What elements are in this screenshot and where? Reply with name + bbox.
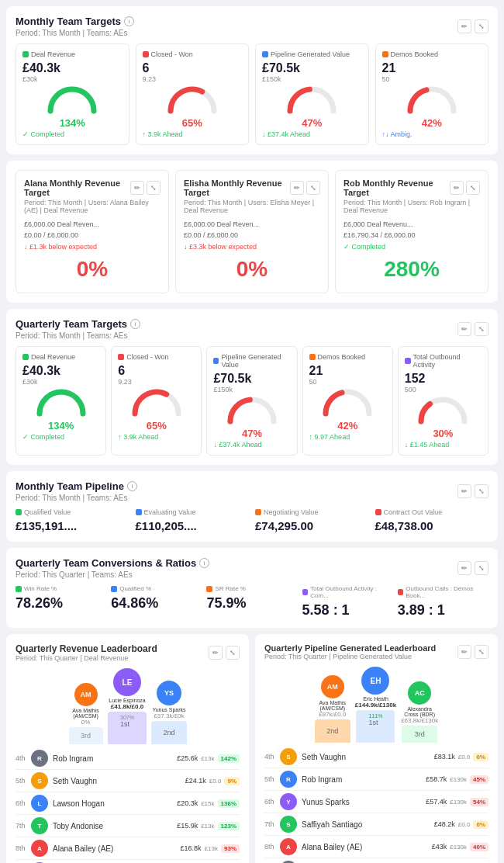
edit-icon[interactable]: ✏: [457, 19, 471, 33]
conv-label-4: Outbound Calls : Demos Book...: [398, 585, 488, 599]
pipeline-edit-icon[interactable]: ✏: [457, 484, 471, 498]
conv-item-0: Win Rate % 78.26%: [16, 585, 106, 619]
revenue-lb-right-4: £16.8k £13k 93%: [181, 844, 240, 853]
podium-3rd-base: 3rd: [69, 727, 103, 744]
pipeline-lb-right-3: £48.2k £0.0 0%: [434, 820, 488, 829]
revenue-lb-avatar-1: S: [31, 772, 48, 789]
revenue-lb-sub-3: £13k: [201, 823, 214, 830]
pipeline-lb-row-left-4: 8th A Alana Bailey (AE): [264, 838, 362, 855]
target-stat-1-2: ↓ £3.3k below expected: [184, 241, 320, 252]
podium-1st-val: £41.8k/£0.0: [111, 703, 143, 710]
conversions-info-icon[interactable]: i: [199, 558, 209, 568]
revenue-lb-right-1: £24.1k £0.0 9%: [185, 777, 240, 785]
pipeline-lb-sub-3: £0.0: [458, 821, 471, 828]
revenue-lb-row-left-2: 6th L Lawson Hogan: [16, 795, 105, 812]
pipeline-lb-right-0: £83.1k £0.0 0%: [434, 753, 488, 761]
leaderboard-container: Quarterly Revenue Leaderboard Period: Th…: [6, 634, 498, 863]
target-actions-2: ✏ ⤡: [450, 181, 480, 195]
revenue-lb-row-left-1: 5th S Seth Vaughn: [16, 772, 97, 789]
target-stat-0-0: £6,000.00 Deal Reven...: [24, 219, 161, 230]
target-title-2: Rob Monthly Revenue Target: [343, 178, 450, 197]
kpi-label-text-1: Closed - Won: [151, 50, 193, 58]
target-pct-0: 0%: [24, 257, 161, 282]
kpi-pct-2: 47%: [242, 428, 262, 439]
pipeline-title: Monthly Team Pipeline: [16, 480, 124, 492]
pipeline-lb-edit-icon[interactable]: ✏: [457, 645, 471, 659]
target-edit-1[interactable]: ✏: [290, 181, 304, 195]
target-edit-2[interactable]: ✏: [450, 181, 464, 195]
conv-label-text-4: Outbound Calls : Demos Book...: [406, 585, 488, 599]
kpi-card-2: Pipeline Generated Value £70.5k £150k 47…: [255, 43, 369, 145]
pipeline-lb-val-4: £43k: [432, 843, 447, 851]
conv-label-2: SR Rate %: [206, 585, 297, 592]
revenue-lb-edit-icon[interactable]: ✏: [209, 646, 223, 660]
kpi-dot-3: [382, 51, 388, 57]
kpi-label-text-0: Deal Revenue: [31, 50, 75, 58]
conv-value-2: 75.9%: [206, 595, 297, 612]
conv-item-4: Outbound Calls : Demos Book... 3.89 : 1: [398, 585, 488, 619]
conversions-edit-icon[interactable]: ✏: [457, 561, 471, 575]
revenue-lb-badge-1: 9%: [224, 777, 240, 785]
pipeline-lb-badge-1: 45%: [470, 775, 488, 784]
conversions-expand-icon[interactable]: ⤡: [475, 561, 488, 575]
target-expand-1[interactable]: ⤡: [306, 181, 320, 195]
revenue-lb-rank-4: 8th: [16, 844, 26, 852]
kpi-gauge-3: 42%: [309, 389, 386, 432]
revenue-lb-subtitle: Period: This Quarter | Deal Revenue: [16, 654, 157, 662]
pipeline-lb-name-1: Rob Ingram: [302, 775, 342, 784]
revenue-lb-row-1: 5th S Seth Vaughn £24.1k £0.0 9%: [16, 770, 240, 792]
revenue-lb-sub-4: £13k: [205, 845, 218, 852]
pipeline-lb-name-3: Saffiyah Santiago: [302, 820, 362, 829]
pipeline-lb-rank-2: 6th: [264, 798, 275, 806]
pipeline-3rd-avatar: AC: [408, 681, 431, 705]
kpi-label-text-4: Total Outbound Activity: [413, 353, 482, 369]
quarterly-info-icon[interactable]: i: [130, 319, 140, 329]
pipeline-lb-right-1: £58.7k £130k 45%: [426, 775, 488, 784]
monthly-targets-subtitle: Period: This Month | Teams: AEs: [16, 29, 134, 37]
kpi-value-2: £70.5k: [262, 61, 362, 75]
monthly-kpi-grid: Deal Revenue £40.3k £30k 134% ✓ Complete…: [16, 43, 488, 145]
pipeline-podium-2nd: AM Ava Mathis (AM/CSM) £87k/£0.0 2nd: [315, 675, 350, 743]
target-card-header-2: Rob Monthly Revenue Target ✏ ⤡: [343, 178, 480, 197]
pipeline-info-icon[interactable]: i: [127, 481, 137, 491]
podium-2nd-val: £37.3k/£0k: [154, 712, 184, 719]
target-expand-0[interactable]: ⤡: [147, 181, 161, 195]
expand-icon[interactable]: ⤡: [475, 19, 488, 33]
revenue-lb-right-0: £25.6k £13k 142%: [177, 754, 240, 763]
revenue-lb-sub-1: £0.0: [209, 778, 222, 785]
pipeline-item-3: Contract Out Value £48,738.00: [375, 508, 489, 532]
conv-label-0: Win Rate %: [16, 585, 106, 592]
podium-2nd-avatar: YS: [157, 681, 181, 705]
pipeline-expand-icon[interactable]: ⤡: [475, 484, 488, 498]
target-actions-1: ✏ ⤡: [290, 181, 320, 195]
revenue-lb-expand-icon[interactable]: ⤡: [226, 646, 240, 660]
pipeline-1st-base: 111%1st: [356, 710, 395, 743]
conv-label-1: Qualified %: [111, 585, 202, 592]
kpi-sub-4: 500: [405, 386, 482, 393]
kpi-sub-1: 9.23: [143, 75, 243, 83]
target-expand-2[interactable]: ⤡: [466, 181, 480, 195]
kpi-status-2: ↓ £37.4k Ahead: [213, 441, 290, 449]
revenue-lb-header: Quarterly Revenue Leaderboard Period: Th…: [16, 643, 240, 662]
info-icon[interactable]: i: [124, 16, 134, 26]
kpi-label-1: Closed - Won: [118, 353, 195, 361]
pipeline-3rd-name: Alexandra Cross (BDR): [402, 706, 437, 717]
quarterly-targets-header: Quarterly Team Targets i Period: This Mo…: [16, 318, 488, 340]
revenue-lb-title-group: Quarterly Revenue Leaderboard Period: Th…: [16, 643, 157, 662]
quarterly-expand-icon[interactable]: ⤡: [475, 322, 488, 336]
podium-2nd-base: 2nd: [151, 721, 187, 744]
quarterly-targets-section: Quarterly Team Targets i Period: This Mo…: [6, 309, 498, 465]
conv-value-1: 64.86%: [111, 595, 202, 612]
target-edit-0[interactable]: ✏: [130, 181, 144, 195]
target-meta-1: Period: This Month | Users: Elisha Meyer…: [184, 199, 320, 214]
kpi-dot-0: [22, 51, 29, 57]
pipeline-label-1: Evaluating Value: [136, 508, 250, 516]
kpi-value-3: 21: [309, 364, 386, 378]
pipeline-lb-row-left-1: 5th R Rob Ingram: [264, 771, 342, 788]
pipeline-lb-header: Quarterly Pipeline Generated Leaderboard…: [264, 643, 488, 660]
pipeline-2nd-name: Ava Mathis (AM/CSM): [315, 700, 350, 711]
target-card-header-0: Alana Monthly Revenue Target ✏ ⤡: [24, 178, 161, 197]
pipeline-lb-expand-icon[interactable]: ⤡: [475, 645, 488, 659]
quarterly-edit-icon[interactable]: ✏: [457, 322, 471, 336]
kpi-status-3: ↑↓ Ambig.: [382, 130, 482, 138]
